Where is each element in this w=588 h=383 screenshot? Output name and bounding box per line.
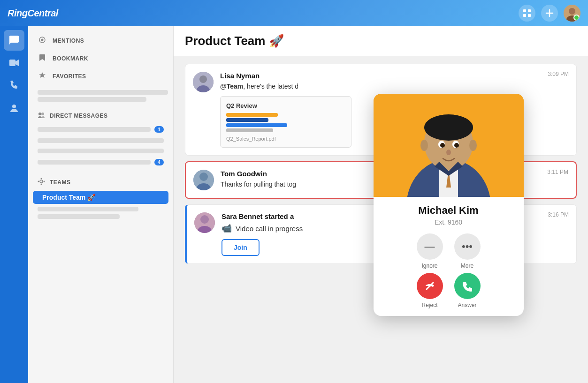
teams-label: TEAMS: [50, 179, 71, 186]
sara-sender-name: Sara Bennet started a: [221, 212, 294, 220]
mentions-nav-item[interactable]: MENTIONS: [28, 32, 173, 50]
dm-placeholder-3: [38, 149, 164, 153]
dm-section-header: DIRECT MESSAGES: [28, 105, 173, 123]
sara-message-time: 3:16 PM: [548, 211, 569, 218]
main-content: Product Team 🚀 Lisa Nyman: [174, 26, 588, 383]
dm-label: DIRECT MESSAGES: [50, 113, 108, 119]
svg-point-27: [200, 215, 209, 224]
q2-attachment[interactable]: Q2 Review Q2_Sales_Repor: [220, 96, 351, 148]
ignore-label: Ignore: [421, 263, 437, 269]
svg-point-12: [41, 39, 44, 41]
lisa-message-header: Lisa Nyman: [220, 72, 569, 80]
reject-button[interactable]: [417, 273, 443, 299]
team-placeholder-2: [38, 214, 120, 219]
messages-nav-button[interactable]: [4, 30, 24, 51]
phone-nav-button[interactable]: [4, 75, 24, 96]
svg-point-24: [199, 173, 208, 181]
bar-orange: [226, 113, 278, 117]
dm-item-2[interactable]: [28, 135, 173, 146]
channel-header: Product Team 🚀: [174, 26, 588, 56]
more-button[interactable]: •••: [454, 233, 481, 260]
favorites-icon: [38, 72, 47, 81]
svg-point-10: [12, 105, 16, 108]
svg-point-19: [44, 181, 45, 182]
team-placeholder-row2: [38, 214, 164, 219]
product-team-label: Product Team 🚀: [42, 194, 95, 201]
contacts-nav-button[interactable]: [4, 98, 24, 118]
favorites-nav-item[interactable]: FAVORITES: [28, 68, 173, 85]
call-info: Michael Kim Ext. 9160 — Ignore ••• More: [374, 197, 524, 316]
attachment-filename: Q2_Sales_Report.pdf: [226, 136, 345, 142]
svg-rect-1: [528, 9, 531, 12]
answer-label: Answer: [458, 302, 476, 308]
join-call-button[interactable]: Join: [221, 239, 260, 256]
svg-rect-2: [523, 14, 526, 17]
bar-blue-dark: [226, 118, 268, 122]
lisa-message-text: @Team, here's the latest d: [220, 82, 569, 91]
product-team-item[interactable]: Product Team 🚀: [33, 191, 168, 204]
team-placeholder-row1: [38, 207, 164, 211]
bar-row-4: [226, 128, 345, 132]
more-icon: •••: [462, 240, 473, 253]
more-label: More: [461, 263, 473, 269]
tom-sender-name: Tom Goodwin: [221, 170, 267, 178]
tom-avatar: [193, 170, 214, 190]
svg-point-34: [424, 114, 473, 141]
bookmark-nav-item[interactable]: BOOKMARK: [28, 50, 173, 68]
placeholder-2: [38, 97, 146, 102]
add-button[interactable]: [541, 5, 558, 22]
apps-button[interactable]: [519, 5, 535, 22]
caller-ext: Ext. 9160: [381, 218, 516, 226]
svg-point-16: [41, 178, 42, 180]
reject-label: Reject: [421, 302, 437, 308]
channel-title: Product Team 🚀: [185, 34, 577, 48]
svg-point-13: [38, 113, 41, 115]
bookmark-label: BOOKMARK: [53, 55, 88, 62]
placeholder-1: [38, 90, 168, 95]
svg-rect-0: [523, 9, 526, 12]
svg-point-41: [469, 140, 477, 151]
svg-point-14: [41, 113, 44, 115]
bar-row-3: [226, 123, 345, 127]
svg-point-37: [440, 143, 445, 148]
dm-placeholder-4: [38, 160, 151, 165]
svg-point-5: [569, 8, 575, 15]
nav-sidebar: MENTIONS BOOKMARK FAVORITES: [28, 26, 174, 383]
call-secondary-actions: — Ignore ••• More: [381, 233, 516, 269]
team-placeholder-1: [38, 207, 138, 211]
mentions-icon: [38, 36, 47, 45]
ignore-button[interactable]: —: [417, 233, 443, 260]
dm-placeholder-1: [38, 127, 151, 132]
svg-point-39: [446, 150, 451, 155]
svg-point-17: [41, 184, 42, 185]
dm-item-3[interactable]: [28, 146, 173, 156]
dm-item-1[interactable]: 1: [28, 123, 173, 135]
svg-point-38: [454, 143, 459, 148]
svg-rect-9: [9, 60, 15, 66]
svg-point-18: [38, 181, 39, 182]
bar-gray: [226, 128, 273, 132]
caller-photo: [374, 94, 524, 197]
teams-icon: [38, 178, 45, 187]
main-layout: MENTIONS BOOKMARK FAVORITES: [0, 26, 588, 383]
svg-point-40: [420, 140, 428, 151]
reject-action-group: Reject: [417, 273, 443, 308]
ignore-icon: —: [425, 240, 435, 253]
bar-row-2: [226, 118, 345, 122]
tom-message-time: 3:11 PM: [547, 169, 568, 175]
lisa-message-time: 3:09 PM: [548, 71, 569, 77]
bar-row-1: [226, 113, 345, 117]
answer-action-group: Answer: [454, 273, 481, 308]
app-logo: RingCentral: [8, 8, 58, 19]
bookmark-icon: [38, 54, 47, 63]
video-nav-button[interactable]: [4, 53, 24, 73]
icon-sidebar: [0, 26, 28, 383]
dm-item-4[interactable]: 4: [28, 156, 173, 168]
svg-rect-3: [528, 14, 531, 17]
attachment-title: Q2 Review: [226, 102, 345, 109]
user-avatar[interactable]: [564, 5, 580, 22]
svg-point-15: [40, 180, 43, 183]
incoming-call-overlay: Michael Kim Ext. 9160 — Ignore ••• More: [374, 94, 524, 316]
answer-button[interactable]: [454, 273, 481, 299]
bar-blue-med: [226, 123, 287, 127]
